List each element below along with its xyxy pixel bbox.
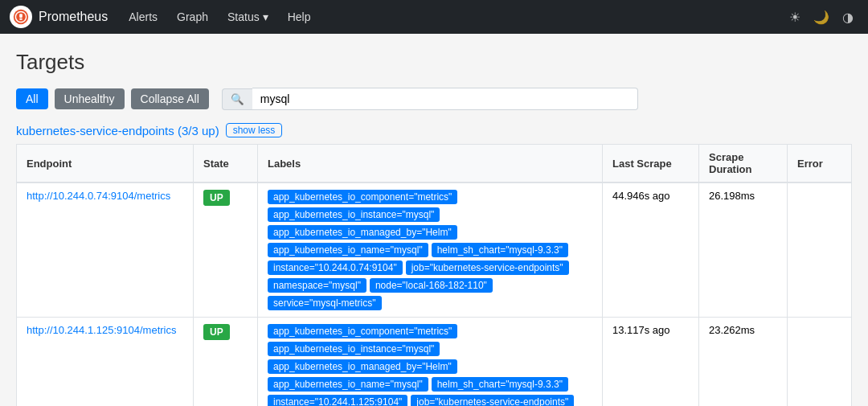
label-tag[interactable]: helm_sh_chart="mysql-9.3.3": [432, 377, 568, 392]
nav-links: Alerts Graph Status ▾ Help: [121, 4, 784, 30]
label-tag[interactable]: app_kubernetes_io_name="mysql": [268, 243, 428, 257]
search-icon-btn[interactable]: 🔍: [222, 88, 252, 110]
search-wrap: 🔍: [222, 88, 638, 110]
search-input[interactable]: [252, 88, 638, 110]
theme-icons: ☀ 🌙 ◑: [784, 6, 858, 28]
endpoint-link[interactable]: http://10.244.0.74:9104/metrics: [27, 190, 170, 202]
label-tag[interactable]: instance="10.244.0.74:9104": [268, 260, 403, 275]
cell-endpoint: http://10.244.0.74:9104/metrics: [17, 182, 194, 318]
filter-all-btn[interactable]: All: [16, 88, 48, 109]
cell-labels: app_kubernetes_io_component="metrics"app…: [258, 318, 603, 407]
svg-rect-1: [19, 14, 23, 18]
table-body: http://10.244.0.74:9104/metricsUPapp_kub…: [17, 182, 852, 406]
status-badge: UP: [203, 324, 230, 340]
cell-error: [788, 318, 852, 407]
th-endpoint: Endpoint: [17, 145, 194, 183]
cell-state: UP: [194, 318, 258, 407]
prometheus-logo: [10, 6, 32, 28]
filter-bar: All Unhealthy Collapse All 🔍: [16, 88, 852, 110]
theme-light-btn[interactable]: ☀: [784, 6, 805, 28]
label-tag[interactable]: helm_sh_chart="mysql-9.3.3": [432, 243, 568, 257]
label-tag[interactable]: job="kubernetes-service-endpoints": [406, 260, 569, 275]
cell-labels: app_kubernetes_io_component="metrics"app…: [258, 182, 603, 318]
navbar: Prometheus Alerts Graph Status ▾ Help ☀ …: [0, 0, 868, 34]
group-header: kubernetes-service-endpoints (3/3 up) sh…: [16, 123, 852, 137]
theme-auto-btn[interactable]: ◑: [837, 6, 858, 28]
page-title: Targets: [16, 50, 852, 75]
cell-state: UP: [194, 182, 258, 318]
brand-name: Prometheus: [39, 10, 108, 24]
theme-dark-btn[interactable]: 🌙: [809, 6, 834, 28]
table-row: http://10.244.1.125:9104/metricsUPapp_ku…: [17, 318, 852, 407]
th-labels: Labels: [258, 145, 603, 183]
label-tag[interactable]: job="kubernetes-service-endpoints": [411, 395, 574, 406]
label-tag[interactable]: app_kubernetes_io_component="metrics": [268, 190, 457, 204]
cell-error: [788, 182, 852, 318]
table-head: Endpoint State Labels Last Scrape Scrape…: [17, 145, 852, 183]
targets-table: Endpoint State Labels Last Scrape Scrape…: [16, 144, 852, 406]
label-tag[interactable]: app_kubernetes_io_instance="mysql": [268, 342, 440, 356]
cell-last-scrape: 44.946s ago: [603, 182, 699, 318]
label-tag[interactable]: node="local-168-182-110": [370, 278, 493, 293]
show-less-btn[interactable]: show less: [226, 123, 283, 137]
label-tag[interactable]: app_kubernetes_io_managed_by="Helm": [268, 359, 457, 374]
endpoint-link[interactable]: http://10.244.1.125:9104/metrics: [27, 324, 176, 336]
label-tag[interactable]: app_kubernetes_io_instance="mysql": [268, 207, 440, 222]
nav-status-btn[interactable]: Status ▾: [219, 4, 276, 30]
label-tag[interactable]: app_kubernetes_io_component="metrics": [268, 324, 457, 338]
chevron-down-icon: ▾: [263, 10, 268, 23]
table-header-row: Endpoint State Labels Last Scrape Scrape…: [17, 145, 852, 183]
cell-endpoint: http://10.244.1.125:9104/metrics: [17, 318, 194, 407]
table-row: http://10.244.0.74:9104/metricsUPapp_kub…: [17, 182, 852, 318]
nav-status-label: Status: [227, 10, 260, 23]
label-tag[interactable]: app_kubernetes_io_managed_by="Helm": [268, 225, 457, 240]
nav-status-dropdown: Status ▾: [219, 4, 276, 30]
th-last-scrape: Last Scrape: [603, 145, 699, 183]
nav-graph[interactable]: Graph: [169, 4, 216, 30]
th-state: State: [194, 145, 258, 183]
search-icon: 🔍: [231, 93, 244, 105]
nav-alerts[interactable]: Alerts: [121, 4, 166, 30]
group-link[interactable]: kubernetes-service-endpoints (3/3 up): [16, 124, 219, 137]
page-content: Targets All Unhealthy Collapse All 🔍 kub…: [0, 34, 868, 406]
label-tag[interactable]: service="mysql-metrics": [268, 296, 382, 310]
cell-scrape-duration: 26.198ms: [699, 182, 788, 318]
status-badge: UP: [203, 190, 230, 206]
label-tag[interactable]: namespace="mysql": [268, 278, 366, 293]
cell-last-scrape: 13.117s ago: [603, 318, 699, 407]
filter-unhealthy-btn[interactable]: Unhealthy: [55, 88, 125, 109]
svg-rect-2: [19, 18, 23, 20]
th-scrape-duration: ScrapeDuration: [699, 145, 788, 183]
cell-scrape-duration: 23.262ms: [699, 318, 788, 407]
th-error: Error: [788, 145, 852, 183]
label-tag[interactable]: app_kubernetes_io_name="mysql": [268, 377, 428, 392]
label-tag[interactable]: instance="10.244.1.125:9104": [268, 395, 407, 406]
nav-help[interactable]: Help: [280, 4, 319, 30]
brand-link[interactable]: Prometheus: [10, 6, 108, 28]
filter-collapse-btn[interactable]: Collapse All: [131, 88, 209, 109]
